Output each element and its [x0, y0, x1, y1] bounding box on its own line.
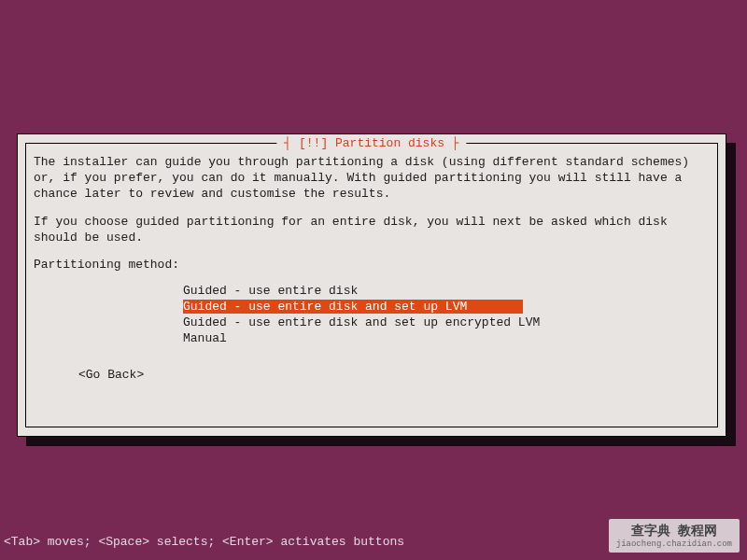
- dialog-title: ┤ [!!] Partition disks ├: [276, 136, 466, 150]
- footer-hint: <Tab> moves; <Space> selects; <Enter> ac…: [4, 535, 404, 549]
- option-label: Guided - use entire disk and set up encr…: [183, 315, 540, 329]
- watermark: 查字典 教程网 jiaocheng.chazidian.com: [609, 519, 740, 553]
- option-label: Guided - use entire disk and set up LVM: [183, 300, 523, 314]
- title-decoration-left: ┤: [284, 136, 291, 150]
- title-decoration-right: ├: [452, 136, 459, 150]
- option-label: Manual: [183, 331, 227, 345]
- dialog-box: ┤ [!!] Partition disks ├ The installer c…: [17, 133, 726, 437]
- watermark-sub: jiaocheng.chazidian.com: [616, 539, 732, 549]
- option-manual[interactable]: Manual: [183, 331, 710, 347]
- option-label: Guided - use entire disk: [183, 284, 358, 298]
- go-back-button[interactable]: <Go Back>: [78, 368, 710, 382]
- dialog-title-text: [!!] Partition disks: [299, 136, 444, 150]
- dialog-inner: ┤ [!!] Partition disks ├ The installer c…: [25, 143, 718, 427]
- option-guided-lvm[interactable]: Guided - use entire disk and set up LVM: [183, 300, 710, 315]
- watermark-main: 查字典 教程网: [616, 523, 732, 539]
- partitioning-options-list: Guided - use entire disk Guided - use en…: [183, 284, 710, 347]
- description-paragraph-1: The installer can guide you through part…: [34, 155, 710, 203]
- option-guided-encrypted-lvm[interactable]: Guided - use entire disk and set up encr…: [183, 315, 710, 331]
- partitioning-method-prompt: Partitioning method:: [34, 258, 710, 272]
- description-paragraph-2: If you choose guided partitioning for an…: [34, 215, 710, 246]
- option-guided-entire-disk[interactable]: Guided - use entire disk: [183, 284, 710, 300]
